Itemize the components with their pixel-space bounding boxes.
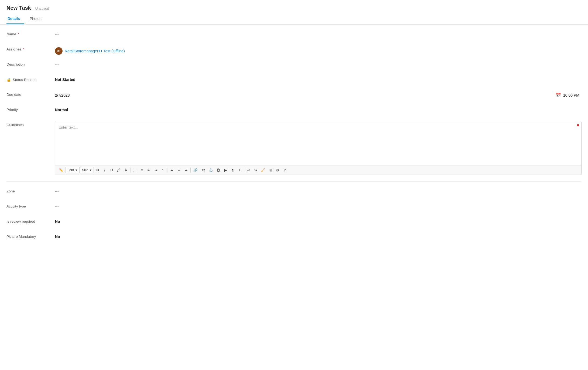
toolbar-ul-btn[interactable]: ☰ <box>132 167 138 174</box>
is-review-value[interactable]: No <box>55 218 582 224</box>
activity-type-row: Activity type --- <box>6 203 582 212</box>
toolbar-highlight-btn[interactable]: 🖍 <box>115 167 122 174</box>
activity-type-value[interactable]: --- <box>55 203 582 209</box>
zone-row: Zone --- <box>6 188 582 197</box>
editor-content[interactable]: Enter text... <box>55 122 581 165</box>
toolbar-undo-btn[interactable]: ↩ <box>245 167 252 174</box>
toolbar-divider-2 <box>167 168 167 172</box>
status-reason-value[interactable]: Not Started <box>55 76 582 82</box>
description-row: Description --- <box>6 61 582 70</box>
name-value[interactable]: --- <box>55 31 582 36</box>
assignee-link[interactable]: RetailStoremanager11 Test (Offline) <box>65 49 125 53</box>
avatar: RT <box>55 47 63 55</box>
toolbar-underline-btn[interactable]: U <box>108 167 115 174</box>
activity-type-label: Activity type <box>6 203 55 208</box>
editor-toolbar: ✏️ Font ▼ Size ▼ B I U 🖍 <box>55 165 581 175</box>
toolbar-align-right-btn[interactable]: ➡ <box>183 167 189 174</box>
toolbar-font-color-btn[interactable]: A <box>123 167 129 174</box>
toolbar-media-btn[interactable]: ▶ <box>222 167 229 174</box>
is-review-row: Is review required No <box>6 218 582 227</box>
section-divider <box>6 181 582 182</box>
status-reason-label: 🔒 Status Reason <box>6 76 55 82</box>
font-dropdown-arrow: ▼ <box>75 169 78 172</box>
guidelines-row: Guidelines Enter text... ✏️ Font ▼ Size … <box>6 122 582 175</box>
due-date-value-wrapper: 2/7/2023 📅 10:00 PM <box>55 91 582 98</box>
priority-value[interactable]: Normal <box>55 107 582 112</box>
priority-row: Priority Normal <box>6 107 582 115</box>
guidelines-label: Guidelines <box>6 122 55 127</box>
picture-mandatory-value[interactable]: No <box>55 233 582 239</box>
picture-mandatory-row: Picture Mandatory No <box>6 233 582 242</box>
toolbar-divider-4 <box>244 168 244 172</box>
priority-label: Priority <box>6 107 55 112</box>
toolbar-ol-btn[interactable]: ≡ <box>139 167 145 174</box>
toolbar-size-select[interactable]: Size ▼ <box>80 167 94 173</box>
toolbar-quote-btn[interactable]: " <box>160 167 166 174</box>
page-title: New Task <box>6 5 31 11</box>
due-time-value: 10:00 PM <box>563 93 579 97</box>
toolbar-settings-btn[interactable]: ⚙ <box>274 167 281 174</box>
calendar-icon: 📅 <box>556 93 561 98</box>
picture-mandatory-label: Picture Mandatory <box>6 233 55 239</box>
lock-icon: 🔒 <box>6 77 11 82</box>
editor-placeholder: Enter text... <box>59 125 78 130</box>
assignee-value: RT RetailStoremanager11 Test (Offline) <box>55 46 582 55</box>
toolbar-bold-btn[interactable]: B <box>94 167 101 174</box>
guidelines-editor: Enter text... ✏️ Font ▼ Size ▼ B <box>55 122 582 175</box>
name-label: Name * <box>6 31 55 36</box>
toolbar-italic-btn[interactable]: I <box>101 167 108 174</box>
toolbar-divider-3 <box>190 168 191 172</box>
is-review-label: Is review required <box>6 218 55 223</box>
page-header: New Task - Unsaved Details Photos <box>0 0 588 25</box>
description-label: Description <box>6 61 55 66</box>
toolbar-font-select[interactable]: Font ▼ <box>66 167 80 173</box>
toolbar-clear-btn[interactable]: 🧹 <box>259 167 267 174</box>
toolbar-help-btn[interactable]: ? <box>281 167 288 174</box>
zone-value[interactable]: --- <box>55 188 582 194</box>
size-dropdown-arrow: ▼ <box>89 169 92 172</box>
unsaved-badge: - Unsaved <box>33 6 49 11</box>
toolbar-outdent-btn[interactable]: ⇤ <box>146 167 152 174</box>
tab-details[interactable]: Details <box>6 14 24 24</box>
name-required-star: * <box>18 32 19 36</box>
assignee-required-star: * <box>23 47 25 51</box>
toolbar-align-left-btn[interactable]: ⬅ <box>169 167 175 174</box>
due-date-value[interactable]: 2/7/2023 <box>55 93 70 97</box>
toolbar-unlink-btn[interactable]: ⛓ <box>200 167 207 174</box>
toolbar-table-btn[interactable]: ⊞ <box>267 167 274 174</box>
toolbar-indent-btn[interactable]: ⇥ <box>153 167 159 174</box>
toolbar-redo-btn[interactable]: ↪ <box>252 167 259 174</box>
due-time-wrapper: 📅 10:00 PM <box>556 93 579 98</box>
assignee-label: Assignee * <box>6 46 55 51</box>
form-body: Name * --- Assignee * RT RetailStoremana… <box>0 25 588 255</box>
toolbar-divider-1 <box>130 168 130 172</box>
toolbar-anchor-btn[interactable]: ⚓ <box>207 167 215 174</box>
tab-bar: Details Photos <box>6 14 582 24</box>
zone-label: Zone <box>6 188 55 193</box>
toolbar-image-btn[interactable]: 🖼 <box>215 167 222 174</box>
status-reason-row: 🔒 Status Reason Not Started <box>6 76 582 85</box>
name-row: Name * --- <box>6 31 582 40</box>
tab-photos[interactable]: Photos <box>29 14 46 24</box>
due-date-row: Due date 2/7/2023 📅 10:00 PM <box>6 91 582 100</box>
toolbar-format-btn[interactable]: ✏️ <box>57 167 65 174</box>
due-date-label: Due date <box>6 91 55 97</box>
editor-red-dot <box>577 124 579 126</box>
assignee-row: Assignee * RT RetailStoremanager11 Test … <box>6 46 582 55</box>
toolbar-special-chars-btn[interactable]: ¶ <box>229 167 236 174</box>
toolbar-align-center-btn[interactable]: ↔ <box>176 167 182 174</box>
toolbar-marker-btn[interactable]: 𝕋 <box>236 167 243 174</box>
description-value[interactable]: --- <box>55 61 582 67</box>
toolbar-link-btn[interactable]: 🔗 <box>192 167 199 174</box>
